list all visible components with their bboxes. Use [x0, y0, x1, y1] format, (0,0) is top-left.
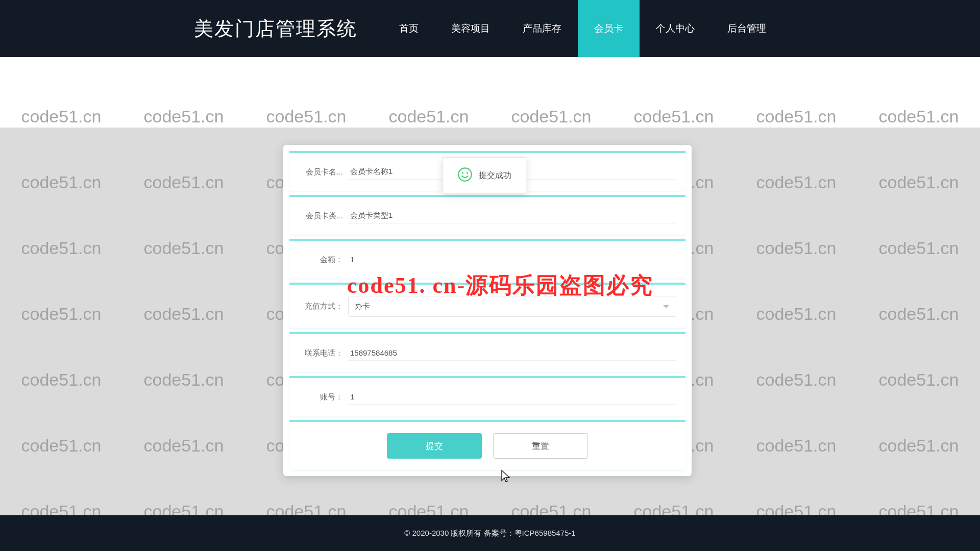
- smile-success-icon: [457, 167, 473, 184]
- hero-stripe: [0, 57, 980, 128]
- label-card-name: 会员卡名...: [295, 167, 343, 177]
- nav-home[interactable]: 首页: [383, 0, 435, 57]
- toast-text: 提交成功: [479, 170, 511, 181]
- nav-beauty-projects[interactable]: 美容项目: [435, 0, 506, 57]
- label-account: 账号：: [295, 392, 343, 402]
- site-logo: 美发门店管理系统: [194, 16, 357, 42]
- row-amount: 金额：: [289, 239, 685, 279]
- input-account[interactable]: [348, 389, 676, 405]
- nav-member-card[interactable]: 会员卡: [578, 0, 640, 57]
- label-card-type: 会员卡类...: [295, 211, 343, 221]
- svg-point-1: [462, 172, 463, 173]
- row-account: 账号：: [289, 376, 685, 416]
- form-actions: 提交 重置: [289, 420, 685, 470]
- top-header: 美发门店管理系统 首页 美容项目 产品库存 会员卡 个人中心 后台管理: [0, 0, 980, 57]
- nav-admin[interactable]: 后台管理: [711, 0, 782, 57]
- row-card-type: 会员卡类...: [289, 195, 685, 235]
- select-recharge-method[interactable]: 办卡: [348, 296, 676, 317]
- label-recharge-method: 充值方式：: [295, 302, 343, 311]
- label-amount: 金额：: [295, 255, 343, 265]
- main-nav: 首页 美容项目 产品库存 会员卡 个人中心 后台管理: [383, 0, 782, 57]
- svg-point-2: [467, 172, 468, 173]
- nav-personal-center[interactable]: 个人中心: [640, 0, 711, 57]
- page-footer: © 2020-2030 版权所有 备案号：粤ICP65985475-1: [0, 515, 980, 551]
- toast-success: 提交成功: [443, 157, 526, 194]
- label-phone: 联系电话：: [295, 348, 343, 358]
- nav-inventory[interactable]: 产品库存: [506, 0, 578, 57]
- submit-button[interactable]: 提交: [387, 433, 482, 459]
- input-phone[interactable]: [348, 345, 676, 361]
- footer-text: © 2020-2030 版权所有 备案号：粤ICP65985475-1: [404, 529, 575, 538]
- row-recharge-method: 充值方式： 办卡: [289, 283, 685, 328]
- input-amount[interactable]: [348, 252, 676, 267]
- member-card-form: 会员卡名... 会员卡类... 金额： 充值方式： 办卡 联系电话： 账号： 提…: [283, 145, 692, 476]
- input-card-type[interactable]: [348, 208, 676, 223]
- svg-point-0: [458, 168, 472, 181]
- reset-button[interactable]: 重置: [493, 433, 588, 459]
- row-phone: 联系电话：: [289, 332, 685, 372]
